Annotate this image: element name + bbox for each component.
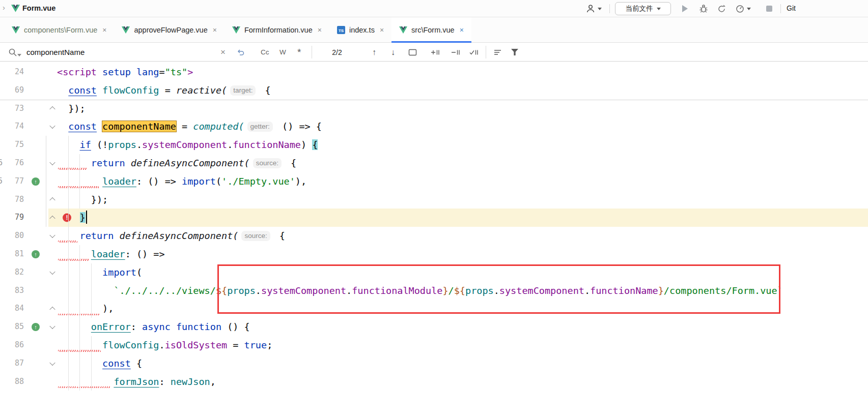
filter-button[interactable] bbox=[511, 43, 518, 62]
fold-down-icon[interactable] bbox=[49, 323, 55, 329]
close-icon[interactable]: × bbox=[380, 26, 384, 34]
tab-approveflowpage.vue[interactable]: approveFlowPage.vue× bbox=[114, 17, 224, 42]
code-line-80[interactable]: 80return defineAsyncComponent(source: { bbox=[0, 227, 868, 245]
code-text[interactable]: loader: () => bbox=[57, 245, 868, 263]
code-line-85[interactable]: 85↑onError: async function () { bbox=[0, 318, 868, 336]
code-text[interactable]: const flowConfig = reactive(target: { bbox=[57, 81, 868, 100]
gutter[interactable]: 82 bbox=[0, 263, 57, 282]
fold-up-icon[interactable] bbox=[49, 216, 55, 221]
tab-index.ts[interactable]: TSindex.ts× bbox=[329, 17, 391, 42]
code-text[interactable]: formJson: newJson, bbox=[57, 373, 868, 391]
gutter-arrow-up-icon[interactable]: ↑ bbox=[32, 250, 40, 258]
line-number[interactable]: 76 bbox=[0, 154, 24, 172]
code-text[interactable]: const componentName = computed(getter: (… bbox=[57, 117, 868, 136]
error-icon[interactable]: ! bbox=[63, 214, 71, 222]
code-line-82[interactable]: 82import( bbox=[0, 263, 868, 282]
code-text[interactable]: return defineAsyncComponent(source: { bbox=[57, 154, 868, 172]
code-line-77[interactable]: 577↑loader: () => import('./Empty.vue'), bbox=[0, 172, 868, 191]
code-line-83[interactable]: 83`./../../../views/${props.systemCompon… bbox=[0, 282, 868, 300]
code-editor[interactable]: 24<script setup lang="ts">69const flowCo… bbox=[0, 62, 868, 417]
line-number[interactable]: 24 bbox=[0, 63, 24, 81]
code-line-73[interactable]: 73}); bbox=[0, 100, 868, 118]
debug-button[interactable] bbox=[698, 0, 709, 17]
filter-lines-button[interactable] bbox=[494, 43, 502, 62]
select-all-matches-button[interactable] bbox=[469, 43, 479, 62]
line-number[interactable]: 87 bbox=[0, 354, 24, 373]
gutter[interactable]: 75 bbox=[0, 136, 57, 154]
line-number[interactable]: 77 bbox=[0, 172, 24, 191]
regex-toggle[interactable]: * bbox=[297, 43, 301, 62]
gutter[interactable]: 79 bbox=[0, 208, 57, 227]
code-line-75[interactable]: 75if (!props.systemComponent.functionNam… bbox=[0, 136, 868, 154]
run-configuration-button[interactable]: 当前文件 bbox=[615, 2, 671, 15]
code-text[interactable]: `./../../../views/${props.systemComponen… bbox=[57, 282, 868, 300]
tab-forminformation.vue[interactable]: FormInformation.vue× bbox=[225, 17, 329, 42]
code-line-24[interactable]: 24<script setup lang="ts"> bbox=[0, 63, 868, 81]
clear-search-icon[interactable]: × bbox=[220, 43, 226, 62]
gutter[interactable]: 24 bbox=[0, 63, 57, 81]
next-match-button[interactable]: ↓ bbox=[391, 43, 395, 62]
code-text[interactable]: import( bbox=[57, 263, 868, 282]
code-line-78[interactable]: 78}); bbox=[0, 191, 868, 209]
code-text[interactable]: onError: async function () { bbox=[57, 318, 868, 336]
tab-src-form.vue[interactable]: src\Form.vue× bbox=[391, 17, 471, 42]
fold-down-icon[interactable] bbox=[49, 160, 55, 165]
code-text[interactable]: return defineAsyncComponent(source: { bbox=[57, 227, 868, 245]
gutter-arrow-up-icon[interactable]: ↑ bbox=[32, 323, 40, 331]
profiler-button[interactable] bbox=[735, 0, 751, 17]
code-line-88[interactable]: 88formJson: newJson, bbox=[0, 373, 868, 391]
line-number[interactable]: 69 bbox=[0, 81, 24, 100]
line-number[interactable]: 80 bbox=[0, 227, 24, 245]
code-text[interactable]: }); bbox=[57, 100, 868, 118]
gutter[interactable]: 84 bbox=[0, 300, 57, 318]
newline-icon[interactable] bbox=[236, 43, 245, 62]
gutter[interactable]: 86 bbox=[0, 336, 57, 354]
line-number[interactable]: 74 bbox=[0, 117, 24, 136]
code-line-81[interactable]: 81↑loader: () => bbox=[0, 245, 868, 263]
code-line-84[interactable]: 84), bbox=[0, 300, 868, 318]
code-line-76[interactable]: 676return defineAsyncComponent(source: { bbox=[0, 154, 868, 172]
code-text[interactable]: flowConfig.isOldSystem = true; bbox=[57, 336, 868, 354]
code-text[interactable]: loader: () => import('./Empty.vue'), bbox=[57, 172, 868, 191]
fold-up-icon[interactable] bbox=[49, 106, 55, 112]
previous-match-button[interactable]: ↑ bbox=[372, 43, 376, 62]
line-number[interactable]: 73 bbox=[0, 100, 24, 118]
rerun-button[interactable] bbox=[717, 0, 726, 17]
code-line-86[interactable]: 86flowConfig.isOldSystem = true; bbox=[0, 336, 868, 354]
gutter[interactable]: 81↑ bbox=[0, 245, 57, 263]
tab-components-form.vue[interactable]: components\Form.vue× bbox=[4, 17, 114, 42]
code-text[interactable]: }); bbox=[57, 191, 868, 209]
line-number[interactable]: 82 bbox=[0, 263, 24, 282]
code-text[interactable]: if (!props.systemComponent.functionName)… bbox=[57, 136, 868, 154]
git-widget[interactable]: Git bbox=[787, 4, 796, 12]
user-accounts-button[interactable] bbox=[585, 0, 602, 17]
code-line-74[interactable]: 74const componentName = computed(getter:… bbox=[0, 117, 868, 136]
line-number[interactable]: 85 bbox=[0, 318, 24, 336]
remove-selection-button[interactable] bbox=[451, 43, 460, 62]
search-icon[interactable] bbox=[8, 43, 17, 62]
add-selection-button[interactable] bbox=[431, 43, 440, 62]
code-text[interactable]: const { bbox=[57, 354, 868, 373]
fold-down-icon[interactable] bbox=[49, 232, 55, 238]
gutter-arrow-up-icon[interactable]: ↑ bbox=[32, 177, 40, 186]
gutter[interactable]: 87 bbox=[0, 354, 57, 373]
match-case-toggle[interactable]: Cc bbox=[261, 43, 269, 62]
gutter[interactable]: 74 bbox=[0, 117, 57, 136]
search-options-chevron-icon[interactable] bbox=[17, 54, 21, 56]
code-line-87[interactable]: 87const { bbox=[0, 354, 868, 373]
fold-up-icon[interactable] bbox=[49, 197, 55, 203]
code-text[interactable]: !} bbox=[57, 208, 868, 227]
gutter[interactable]: 80 bbox=[0, 227, 57, 245]
gutter[interactable]: 85↑ bbox=[0, 318, 57, 336]
line-number[interactable]: 84 bbox=[0, 300, 24, 318]
gutter[interactable]: 69 bbox=[0, 81, 57, 100]
close-icon[interactable]: × bbox=[460, 26, 464, 34]
gutter[interactable]: 73 bbox=[0, 100, 57, 118]
line-number[interactable]: 83 bbox=[0, 282, 24, 300]
line-number[interactable]: 78 bbox=[0, 191, 24, 209]
close-icon[interactable]: × bbox=[318, 26, 322, 34]
gutter[interactable]: 676 bbox=[0, 154, 57, 172]
line-number[interactable]: 81 bbox=[0, 245, 24, 263]
whole-words-toggle[interactable]: W bbox=[279, 43, 286, 62]
stop-button[interactable] bbox=[766, 0, 772, 17]
